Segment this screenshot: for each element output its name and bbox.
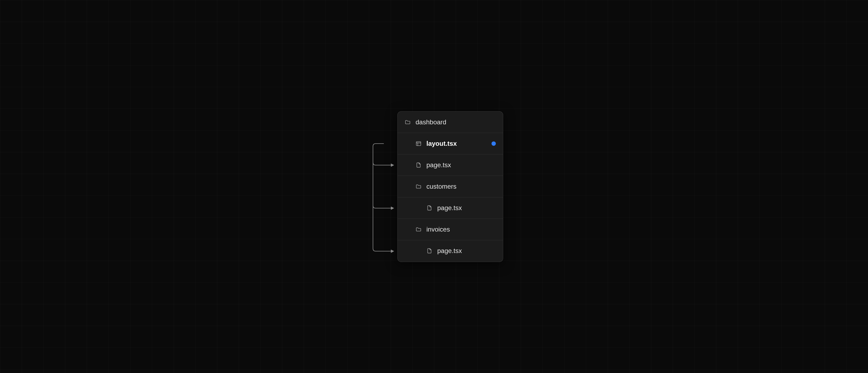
file-row-layout[interactable]: layout.tsx [398,133,503,154]
active-dot-icon [492,141,496,146]
layout-connectors [365,111,397,262]
folder-label: invoices [426,226,450,233]
svg-marker-2 [391,250,394,253]
folder-icon [415,226,422,232]
svg-marker-0 [391,164,394,167]
folder-icon [405,119,411,125]
svg-rect-3 [416,141,421,145]
svg-marker-1 [391,206,394,209]
layout-icon [415,141,422,147]
file-icon [426,248,432,254]
file-tree-panel: dashboard layout.tsx page.tsx [397,111,503,262]
file-label: page.tsx [426,161,451,169]
diagram-composition: dashboard layout.tsx page.tsx [365,111,503,262]
file-row-page-dashboard[interactable]: page.tsx [398,154,503,176]
folder-icon [415,183,422,190]
file-row-page-customers[interactable]: page.tsx [398,197,503,219]
file-label: layout.tsx [426,140,457,147]
file-icon [426,205,432,211]
folder-row-customers[interactable]: customers [398,176,503,197]
file-label: page.tsx [437,204,462,212]
file-row-page-invoices[interactable]: page.tsx [398,240,503,262]
file-label: page.tsx [437,247,462,255]
file-icon [415,162,422,168]
folder-row-invoices[interactable]: invoices [398,219,503,240]
folder-label: dashboard [415,118,446,126]
folder-row-dashboard[interactable]: dashboard [398,112,503,133]
folder-label: customers [426,183,457,190]
